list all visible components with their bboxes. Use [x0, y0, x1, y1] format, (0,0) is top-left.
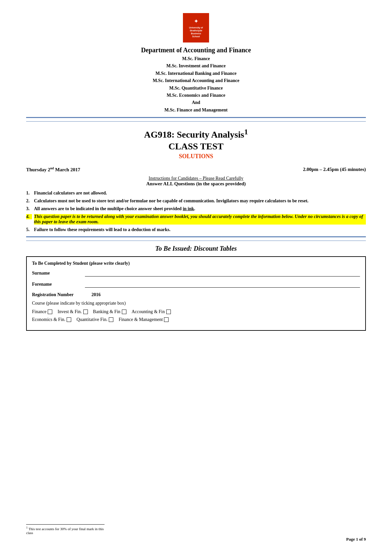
program-item-6: M.Sc. Economics and Finance: [26, 92, 366, 99]
instructions-heading-underline: Instructions for Candidates – Please Rea…: [26, 176, 366, 181]
surname-row: Surname: [32, 270, 360, 277]
surname-label: Surname: [32, 271, 81, 276]
page-footer: 1 This test accounts for 30% of your fin…: [26, 524, 366, 542]
logo-container: ✦ University of Strathclyde Business Sch…: [26, 13, 366, 42]
checkbox-finance-box[interactable]: [48, 310, 52, 314]
checkbox-row-2: Economics & Fin. Quantitative Fin. Finan…: [32, 317, 360, 322]
checkbox-finance-label: Finance: [32, 309, 46, 314]
instruction-num-2: 2.: [26, 198, 32, 204]
class-test-label: CLASS TEST: [26, 141, 366, 152]
footnote-section: 1 This test accounts for 30% of your fin…: [26, 524, 105, 535]
checkbox-economics-label: Economics & Fin.: [32, 317, 65, 322]
course-select-label: Course (please indicate by ticking appro…: [32, 301, 360, 306]
date-superscript: nd: [50, 166, 54, 170]
program-item-2: M.Sc. Investment and Finance: [26, 62, 366, 70]
checkbox-invest-label: Invest & Fin.: [57, 309, 82, 314]
top-divider-thin: [26, 121, 366, 122]
checkbox-row-1: Finance Invest & Fin. Banking & Fin Acco…: [32, 309, 360, 314]
logo-text: University of Strathclyde Business Schoo…: [189, 26, 203, 38]
checkbox-management-label: Finance & Management: [119, 317, 163, 322]
instruction-text-4: This question paper is to be returned al…: [34, 214, 366, 225]
instruction-num-5: 5.: [26, 227, 32, 232]
forename-label: Forename: [32, 282, 81, 287]
forename-line: [85, 281, 360, 288]
checkbox-accounting-box[interactable]: [166, 310, 171, 314]
program-item-8: M.Sc. Finance and Management: [26, 107, 366, 114]
instruction-num-4: 4.: [26, 214, 32, 219]
instruction-num-1: 1.: [26, 191, 32, 196]
checkbox-economics: Economics & Fin.: [32, 317, 71, 322]
program-item-7: And: [26, 99, 366, 106]
instructions-header: Instructions for Candidates – Please Rea…: [26, 176, 366, 187]
course-title: AG918: Security Analysis1: [26, 127, 366, 140]
solutions-label: SOLUTIONS: [26, 153, 366, 160]
footnote-sup: 1: [26, 526, 28, 529]
page-number: Page 1 of 9: [26, 537, 366, 542]
checkbox-banking-box[interactable]: [122, 310, 126, 314]
footnote-superscript: 1: [244, 127, 248, 136]
reg-number-row: Registration Number 2016: [32, 292, 360, 297]
checkbox-economics-box[interactable]: [67, 317, 71, 322]
footnote-content: This test accounts for 30% of your final…: [26, 527, 104, 535]
checkbox-accounting-label: Accounting & Fin: [132, 309, 165, 314]
checkbox-accounting: Accounting & Fin: [132, 309, 171, 314]
checkbox-invest-box[interactable]: [83, 310, 88, 314]
page-container: ✦ University of Strathclyde Business Sch…: [26, 13, 366, 542]
footnote-text: 1 This test accounts for 30% of your fin…: [26, 526, 105, 535]
checkbox-finance: Finance: [32, 309, 52, 314]
page-header: ✦ University of Strathclyde Business Sch…: [26, 13, 366, 114]
program-item-3: M.Sc. International Banking and Finance: [26, 70, 366, 77]
date-time-row: Thursday 2nd March 2017 2.00pm – 2.45pm …: [26, 166, 366, 173]
reg-number-value: 2016: [91, 292, 101, 297]
student-form-box: To Be Completed by Student (please write…: [26, 256, 366, 331]
instructions-heading-bold: Answer ALL Questions (in the spaces prov…: [26, 181, 366, 187]
checkbox-management: Finance & Management: [119, 317, 169, 322]
instructions-list: 1. Financial calculators are not allowed…: [26, 191, 366, 232]
form-title: To Be Completed by Student (please write…: [32, 261, 360, 266]
program-item-1: M.Sc. Finance: [26, 55, 366, 62]
dept-name: Department of Accounting and Finance: [26, 46, 366, 54]
forename-row: Forename: [32, 281, 360, 288]
instruction-item-2: 2. Calculators must not be used to store…: [26, 198, 366, 204]
checkbox-quantitative-label: Quantitative Fin.: [76, 317, 107, 322]
middle-divider-thin: [26, 241, 366, 241]
instruction-item-1: 1. Financial calculators are not allowed…: [26, 191, 366, 196]
instruction-item-5: 5. Failure to follow these requirements …: [26, 227, 366, 232]
instruction-text-2: Calculators must not be used to store te…: [34, 198, 366, 204]
checkbox-quantitative: Quantitative Fin.: [76, 317, 113, 322]
exam-date: Thursday 2nd March 2017: [26, 166, 80, 173]
program-item-4: M.Sc. International Accounting and Finan…: [26, 77, 366, 84]
instruction-item-3: 3. All answers are to be indicated in th…: [26, 206, 366, 211]
reg-number-label: Registration Number: [32, 292, 88, 297]
university-logo: ✦ University of Strathclyde Business Sch…: [183, 13, 209, 42]
checkbox-management-box[interactable]: [164, 317, 169, 322]
course-title-section: AG918: Security Analysis1 CLASS TEST SOL…: [26, 125, 366, 162]
checkbox-invest: Invest & Fin.: [57, 309, 88, 314]
instruction-num-3: 3.: [26, 206, 32, 211]
checkbox-banking-label: Banking & Fin: [93, 309, 121, 314]
top-divider: [26, 117, 366, 118]
to-be-issued: To Be Issued: Discount Tables: [26, 245, 366, 252]
exam-time: 2.00pm – 2.45pm (45 minutes): [303, 167, 366, 172]
underline-phrase: in ink: [183, 206, 194, 211]
program-item-5: M.Sc. Quantitative Finance: [26, 85, 366, 92]
instruction-text-1: Financial calculators are not allowed.: [34, 191, 366, 196]
instruction-text-5: Failure to follow these requirements wil…: [34, 227, 366, 232]
middle-divider: [26, 236, 366, 237]
logo-icon: ✦: [194, 18, 199, 25]
checkbox-banking: Banking & Fin: [93, 309, 126, 314]
instruction-item-4: 4. This question paper is to be returned…: [26, 214, 366, 225]
surname-line: [85, 270, 360, 277]
program-list: M.Sc. Finance M.Sc. Investment and Finan…: [26, 55, 366, 114]
checkbox-quantitative-box[interactable]: [109, 317, 113, 322]
instruction-text-3: All answers are to be indicated in the m…: [34, 206, 366, 211]
